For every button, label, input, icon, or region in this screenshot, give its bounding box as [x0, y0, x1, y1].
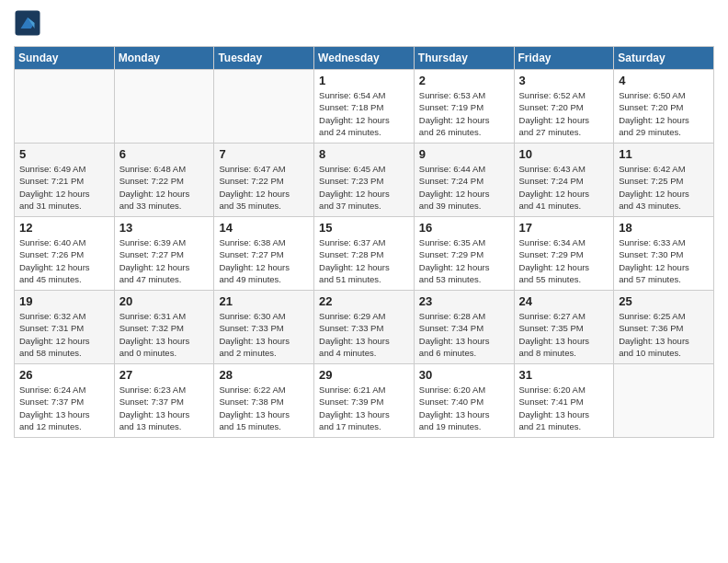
- calendar-cell: 31Sunrise: 6:20 AM Sunset: 7:41 PM Dayli…: [514, 364, 614, 438]
- day-header-wednesday: Wednesday: [314, 47, 415, 70]
- calendar-cell: 8Sunrise: 6:45 AM Sunset: 7:23 PM Daylig…: [314, 144, 415, 217]
- cell-info: Sunrise: 6:23 AM Sunset: 7:37 PM Dayligh…: [119, 384, 210, 432]
- day-number: 21: [219, 294, 309, 308]
- day-header-friday: Friday: [514, 47, 614, 70]
- cell-info: Sunrise: 6:50 AM Sunset: 7:20 PM Dayligh…: [619, 89, 709, 138]
- cell-info: Sunrise: 6:28 AM Sunset: 7:34 PM Dayligh…: [419, 310, 509, 359]
- day-number: 11: [619, 147, 709, 161]
- day-number: 10: [519, 147, 609, 161]
- cell-info: Sunrise: 6:47 AM Sunset: 7:22 PM Dayligh…: [219, 163, 309, 212]
- day-number: 20: [119, 294, 210, 308]
- calendar-cell: 26Sunrise: 6:24 AM Sunset: 7:37 PM Dayli…: [15, 364, 115, 438]
- calendar-cell: 25Sunrise: 6:25 AM Sunset: 7:36 PM Dayli…: [614, 291, 714, 364]
- calendar-cell: 12Sunrise: 6:40 AM Sunset: 7:26 PM Dayli…: [15, 217, 115, 291]
- day-number: 4: [619, 74, 709, 87]
- day-number: 2: [419, 74, 509, 87]
- day-number: 17: [519, 221, 609, 235]
- cell-info: Sunrise: 6:20 AM Sunset: 7:41 PM Dayligh…: [519, 384, 609, 432]
- header: [14, 9, 714, 37]
- calendar-cell: 1Sunrise: 6:54 AM Sunset: 7:18 PM Daylig…: [314, 70, 415, 144]
- day-number: 16: [419, 221, 509, 235]
- calendar-cell: 30Sunrise: 6:20 AM Sunset: 7:40 PM Dayli…: [414, 364, 514, 438]
- calendar-cell: 11Sunrise: 6:42 AM Sunset: 7:25 PM Dayli…: [614, 144, 714, 217]
- calendar-cell: 2Sunrise: 6:53 AM Sunset: 7:19 PM Daylig…: [414, 70, 514, 144]
- calendar-table: SundayMondayTuesdayWednesdayThursdayFrid…: [14, 46, 714, 438]
- calendar-cell: 10Sunrise: 6:43 AM Sunset: 7:24 PM Dayli…: [514, 144, 614, 217]
- day-number: 13: [119, 221, 210, 235]
- calendar-cell: 20Sunrise: 6:31 AM Sunset: 7:32 PM Dayli…: [114, 291, 214, 364]
- calendar-week-row: 19Sunrise: 6:32 AM Sunset: 7:31 PM Dayli…: [15, 291, 714, 364]
- cell-info: Sunrise: 6:37 AM Sunset: 7:28 PM Dayligh…: [319, 236, 409, 285]
- day-header-monday: Monday: [114, 47, 214, 70]
- cell-info: Sunrise: 6:21 AM Sunset: 7:39 PM Dayligh…: [319, 384, 409, 432]
- cell-info: Sunrise: 6:20 AM Sunset: 7:40 PM Dayligh…: [419, 384, 509, 432]
- day-number: 24: [519, 294, 609, 308]
- cell-info: Sunrise: 6:35 AM Sunset: 7:29 PM Dayligh…: [419, 236, 509, 285]
- logo: [14, 9, 45, 37]
- day-number: 7: [219, 147, 309, 161]
- calendar-cell: [114, 70, 214, 144]
- cell-info: Sunrise: 6:40 AM Sunset: 7:26 PM Dayligh…: [19, 236, 109, 285]
- cell-info: Sunrise: 6:42 AM Sunset: 7:25 PM Dayligh…: [619, 163, 709, 212]
- cell-info: Sunrise: 6:49 AM Sunset: 7:21 PM Dayligh…: [19, 163, 109, 212]
- calendar-cell: 13Sunrise: 6:39 AM Sunset: 7:27 PM Dayli…: [114, 217, 214, 291]
- calendar-cell: 7Sunrise: 6:47 AM Sunset: 7:22 PM Daylig…: [214, 144, 314, 217]
- day-number: 15: [319, 221, 409, 235]
- calendar-cell: [214, 70, 314, 144]
- day-number: 28: [219, 368, 309, 382]
- day-number: 3: [519, 74, 609, 87]
- day-number: 31: [519, 368, 609, 382]
- calendar-week-row: 5Sunrise: 6:49 AM Sunset: 7:21 PM Daylig…: [15, 144, 714, 217]
- day-number: 30: [419, 368, 509, 382]
- calendar-week-row: 1Sunrise: 6:54 AM Sunset: 7:18 PM Daylig…: [15, 70, 714, 144]
- day-number: 1: [319, 74, 409, 87]
- day-number: 27: [119, 368, 210, 382]
- day-header-sunday: Sunday: [15, 47, 115, 70]
- calendar-cell: [15, 70, 115, 144]
- calendar-cell: [614, 364, 714, 438]
- cell-info: Sunrise: 6:43 AM Sunset: 7:24 PM Dayligh…: [519, 163, 609, 212]
- cell-info: Sunrise: 6:34 AM Sunset: 7:29 PM Dayligh…: [519, 236, 609, 285]
- calendar-header-row: SundayMondayTuesdayWednesdayThursdayFrid…: [15, 47, 714, 70]
- calendar-cell: 3Sunrise: 6:52 AM Sunset: 7:20 PM Daylig…: [514, 70, 614, 144]
- calendar-cell: 19Sunrise: 6:32 AM Sunset: 7:31 PM Dayli…: [15, 291, 115, 364]
- calendar-cell: 23Sunrise: 6:28 AM Sunset: 7:34 PM Dayli…: [414, 291, 514, 364]
- cell-info: Sunrise: 6:25 AM Sunset: 7:36 PM Dayligh…: [619, 310, 709, 359]
- day-number: 22: [319, 294, 409, 308]
- calendar-cell: 18Sunrise: 6:33 AM Sunset: 7:30 PM Dayli…: [614, 217, 714, 291]
- day-number: 6: [119, 147, 210, 161]
- day-number: 9: [419, 147, 509, 161]
- day-number: 12: [19, 221, 109, 235]
- calendar-cell: 9Sunrise: 6:44 AM Sunset: 7:24 PM Daylig…: [414, 144, 514, 217]
- cell-info: Sunrise: 6:24 AM Sunset: 7:37 PM Dayligh…: [19, 384, 109, 432]
- day-number: 25: [619, 294, 709, 308]
- logo-icon: [14, 9, 41, 37]
- calendar-cell: 16Sunrise: 6:35 AM Sunset: 7:29 PM Dayli…: [414, 217, 514, 291]
- day-number: 19: [19, 294, 109, 308]
- cell-info: Sunrise: 6:54 AM Sunset: 7:18 PM Dayligh…: [319, 89, 409, 138]
- day-number: 29: [319, 368, 409, 382]
- day-number: 26: [19, 368, 109, 382]
- cell-info: Sunrise: 6:22 AM Sunset: 7:38 PM Dayligh…: [219, 384, 309, 432]
- cell-info: Sunrise: 6:39 AM Sunset: 7:27 PM Dayligh…: [119, 236, 210, 285]
- day-number: 14: [219, 221, 309, 235]
- cell-info: Sunrise: 6:31 AM Sunset: 7:32 PM Dayligh…: [119, 310, 210, 359]
- cell-info: Sunrise: 6:48 AM Sunset: 7:22 PM Dayligh…: [119, 163, 210, 212]
- cell-info: Sunrise: 6:53 AM Sunset: 7:19 PM Dayligh…: [419, 89, 509, 138]
- calendar-cell: 14Sunrise: 6:38 AM Sunset: 7:27 PM Dayli…: [214, 217, 314, 291]
- calendar-cell: 22Sunrise: 6:29 AM Sunset: 7:33 PM Dayli…: [314, 291, 415, 364]
- calendar-cell: 15Sunrise: 6:37 AM Sunset: 7:28 PM Dayli…: [314, 217, 415, 291]
- cell-info: Sunrise: 6:30 AM Sunset: 7:33 PM Dayligh…: [219, 310, 309, 359]
- calendar-cell: 4Sunrise: 6:50 AM Sunset: 7:20 PM Daylig…: [614, 70, 714, 144]
- day-header-thursday: Thursday: [414, 47, 514, 70]
- day-header-saturday: Saturday: [614, 47, 714, 70]
- calendar-cell: 24Sunrise: 6:27 AM Sunset: 7:35 PM Dayli…: [514, 291, 614, 364]
- calendar-cell: 17Sunrise: 6:34 AM Sunset: 7:29 PM Dayli…: [514, 217, 614, 291]
- calendar-cell: 29Sunrise: 6:21 AM Sunset: 7:39 PM Dayli…: [314, 364, 415, 438]
- cell-info: Sunrise: 6:33 AM Sunset: 7:30 PM Dayligh…: [619, 236, 709, 285]
- cell-info: Sunrise: 6:29 AM Sunset: 7:33 PM Dayligh…: [319, 310, 409, 359]
- cell-info: Sunrise: 6:52 AM Sunset: 7:20 PM Dayligh…: [519, 89, 609, 138]
- day-number: 18: [619, 221, 709, 235]
- calendar-week-row: 26Sunrise: 6:24 AM Sunset: 7:37 PM Dayli…: [15, 364, 714, 438]
- calendar-cell: 21Sunrise: 6:30 AM Sunset: 7:33 PM Dayli…: [214, 291, 314, 364]
